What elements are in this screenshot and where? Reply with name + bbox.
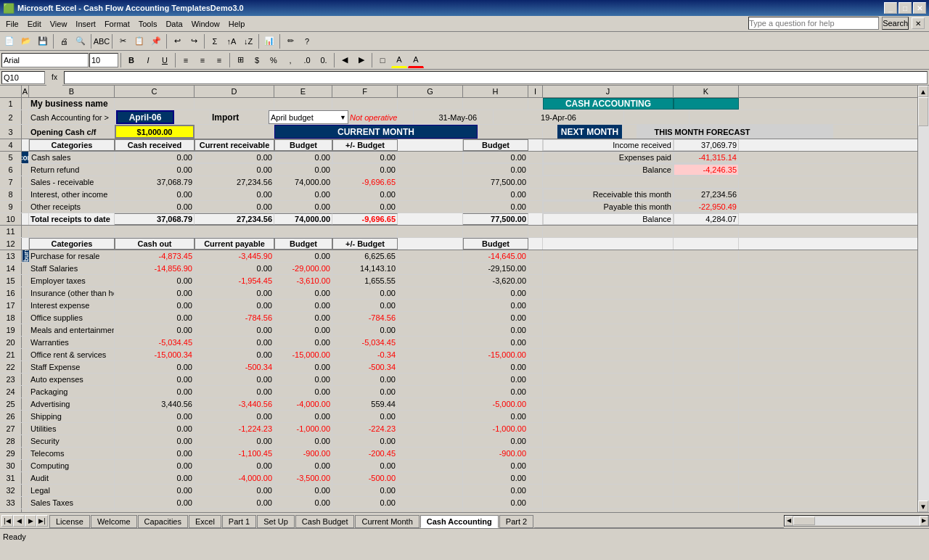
cell-e-33[interactable]: 0.00 xyxy=(274,497,332,508)
h-scroll-track[interactable] xyxy=(793,516,920,525)
cell-e-25[interactable]: -4,000.00 xyxy=(274,398,332,410)
cell-d-33[interactable]: 0.00 xyxy=(195,497,274,508)
scroll-up-button[interactable]: ▲ xyxy=(918,86,928,97)
cell-d8[interactable]: 0.00 xyxy=(195,189,274,200)
cell-c-26[interactable]: 0.00 xyxy=(115,411,195,422)
vertical-scrollbar[interactable]: ▲ ▼ xyxy=(917,86,929,512)
cell-e-24[interactable]: 0.00 xyxy=(274,386,332,398)
cell-b-25[interactable]: Advertising xyxy=(29,398,115,410)
cell-f6[interactable]: 0.00 xyxy=(332,164,398,176)
scroll-down-button[interactable]: ▼ xyxy=(918,501,928,512)
cell-d-31[interactable]: -4,000.00 xyxy=(195,472,274,484)
italic-button[interactable]: I xyxy=(140,52,156,68)
cell-period[interactable]: April-06 xyxy=(116,110,174,124)
cut-button[interactable]: ✂ xyxy=(115,33,131,49)
cell-f-23[interactable]: 0.00 xyxy=(332,374,398,385)
sort-asc-button[interactable]: ↑A xyxy=(224,33,240,49)
cell-c-20[interactable]: -5,034.45 xyxy=(115,337,195,348)
sheet-tab-part-1[interactable]: Part 1 xyxy=(222,515,256,528)
cell-f9[interactable]: 0.00 xyxy=(332,201,398,213)
cell-b8[interactable]: Interest, other income xyxy=(29,189,115,200)
sheet-tab-part-2[interactable]: Part 2 xyxy=(499,515,533,528)
cell-f-33[interactable]: 0.00 xyxy=(332,497,398,508)
cell-f-25[interactable]: 559.44 xyxy=(332,398,398,410)
cell-f-29[interactable]: -200.45 xyxy=(332,448,398,459)
cell-b-33[interactable]: Sales Taxes xyxy=(29,497,115,508)
sheet-tab-license[interactable]: License xyxy=(49,515,90,528)
cell-f-19[interactable]: 0.00 xyxy=(332,324,398,336)
print-preview-button[interactable]: 🔍 xyxy=(73,33,89,49)
cell-h-16[interactable]: 0.00 xyxy=(463,287,528,299)
cell-d-19[interactable]: 0.00 xyxy=(195,324,274,336)
cell-h-18[interactable]: 0.00 xyxy=(463,312,528,324)
cell-f-28[interactable]: 0.00 xyxy=(332,435,398,447)
menu-edit[interactable]: Edit xyxy=(23,17,46,31)
cell-c-24[interactable]: 0.00 xyxy=(115,386,195,398)
cell-e8[interactable]: 0.00 xyxy=(274,189,332,200)
cell-h-15[interactable]: -3,620.00 xyxy=(463,275,528,287)
cell-d-20[interactable]: 0.00 xyxy=(195,337,274,348)
cell-c-27[interactable]: 0.00 xyxy=(115,423,195,435)
cell-b-31[interactable]: Audit xyxy=(29,472,115,484)
cell-b-24[interactable]: Packaging xyxy=(29,386,115,398)
cell-b-32[interactable]: Legal xyxy=(29,485,115,496)
cell-h-27[interactable]: -1,000.00 xyxy=(463,423,528,435)
cell-b-29[interactable]: Telecoms xyxy=(29,448,115,459)
border-button[interactable]: □ xyxy=(375,52,390,68)
minimize-button[interactable]: _ xyxy=(884,2,897,14)
cell-f-14[interactable]: 14,143.10 xyxy=(332,263,398,274)
cell-e-23[interactable]: 0.00 xyxy=(274,374,332,385)
cell-g1[interactable] xyxy=(398,98,463,110)
cell-f-24[interactable]: 0.00 xyxy=(332,386,398,398)
cell-c11[interactable] xyxy=(115,226,195,237)
cell-e-15[interactable]: -3,610.00 xyxy=(274,275,332,287)
cell-d-15[interactable]: -1,954.45 xyxy=(195,275,274,287)
cell-c-16[interactable]: 0.00 xyxy=(115,287,195,299)
cell-h-22[interactable]: 0.00 xyxy=(463,361,528,373)
cell-b5[interactable]: Cash sales xyxy=(29,152,115,163)
cell-h5[interactable]: 0.00 xyxy=(463,152,528,163)
cell-f-27[interactable]: -224.23 xyxy=(332,423,398,435)
cell-f-18[interactable]: -784.56 xyxy=(332,312,398,324)
cell-a1[interactable] xyxy=(22,98,29,110)
cell-e13[interactable]: 0.00 xyxy=(274,250,332,262)
cell-reference-box[interactable] xyxy=(1,71,45,84)
sheet-tab-excel[interactable]: Excel xyxy=(189,515,221,528)
cell-d-27[interactable]: -1,224.23 xyxy=(195,423,274,435)
cell-c6[interactable]: 0.00 xyxy=(115,164,195,176)
cell-b-27[interactable]: Utilities xyxy=(29,423,115,435)
cell-d-21[interactable]: 0.00 xyxy=(195,349,274,361)
cell-e-17[interactable]: 0.00 xyxy=(274,300,332,311)
indent-increase-button[interactable]: ▶ xyxy=(353,52,369,68)
cell-f-32[interactable]: 0.00 xyxy=(332,485,398,496)
sheet-tab-cash-budget[interactable]: Cash Budget xyxy=(295,515,355,528)
copy-button[interactable]: 📋 xyxy=(131,33,147,49)
cell-h-26[interactable]: 0.00 xyxy=(463,411,528,422)
cell-h-33[interactable]: 0.00 xyxy=(463,497,528,508)
cell-d-16[interactable]: 0.00 xyxy=(195,287,274,299)
cell-d7[interactable]: 27,234.56 xyxy=(195,176,274,188)
cell-c-31[interactable]: 0.00 xyxy=(115,472,195,484)
cell-d-26[interactable]: 0.00 xyxy=(195,411,274,422)
tab-next-button[interactable]: ▶ xyxy=(25,515,36,527)
cell-b-16[interactable]: Insurance (other than health) xyxy=(29,287,115,299)
function-button[interactable]: fx xyxy=(46,70,62,86)
cell-e-30[interactable]: 0.00 xyxy=(274,460,332,472)
cell-h-29[interactable]: -900.00 xyxy=(463,448,528,459)
cell-f-17[interactable]: 0.00 xyxy=(332,300,398,311)
col-D[interactable]: D xyxy=(195,86,274,97)
cell-b-19[interactable]: Meals and entertainment xyxy=(29,324,115,336)
cell-e-14[interactable]: -29,000.00 xyxy=(274,263,332,274)
cell-d-14[interactable]: 0.00 xyxy=(195,263,274,274)
cell-h-20[interactable]: 0.00 xyxy=(463,337,528,348)
sheet-tab-current-month[interactable]: Current Month xyxy=(355,515,419,528)
cell-c13[interactable]: -4,873.45 xyxy=(115,250,195,262)
tab-prev-button[interactable]: ◀ xyxy=(13,515,25,527)
align-right-button[interactable]: ≡ xyxy=(211,52,227,68)
cell-c9[interactable]: 0.00 xyxy=(115,201,195,213)
cell-h-32[interactable]: 0.00 xyxy=(463,485,528,496)
cell-b-18[interactable]: Office supplies xyxy=(29,312,115,324)
cell-c-28[interactable]: 0.00 xyxy=(115,435,195,447)
cell-f-16[interactable]: 0.00 xyxy=(332,287,398,299)
cell-opening-cash-value[interactable]: $1,000.00 xyxy=(115,125,195,139)
